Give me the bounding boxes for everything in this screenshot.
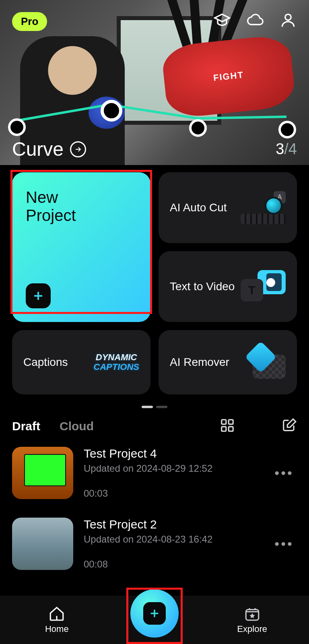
ai-remover-icon bbox=[241, 346, 286, 379]
new-project-button[interactable]: New Project bbox=[12, 172, 150, 322]
tab-cloud[interactable]: Cloud bbox=[60, 419, 94, 433]
project-more-icon[interactable]: ••• bbox=[274, 536, 297, 552]
svg-point-0 bbox=[285, 14, 291, 20]
edit-icon[interactable] bbox=[282, 418, 297, 435]
learn-icon[interactable] bbox=[213, 11, 231, 31]
project-title: Test Project 2 bbox=[84, 518, 264, 531]
cloud-icon[interactable] bbox=[246, 11, 264, 31]
nav-create-fab[interactable] bbox=[130, 589, 179, 638]
svg-rect-1 bbox=[222, 420, 226, 424]
plus-icon bbox=[143, 602, 166, 625]
project-tabs-row: Draft Cloud bbox=[0, 418, 309, 435]
project-item[interactable]: Test Project 4 Updated on 2024-08-29 12:… bbox=[12, 447, 297, 499]
project-list: Test Project 4 Updated on 2024-08-29 12:… bbox=[0, 435, 309, 570]
layout-grid-icon[interactable] bbox=[220, 418, 235, 435]
project-updated: Updated on 2024-08-23 16:42 bbox=[84, 534, 264, 545]
dynamic-captions-icon: DYNAMIC CAPTIONS bbox=[93, 353, 139, 372]
nav-home[interactable]: Home bbox=[16, 605, 97, 634]
feature-tiles: New Project AI Auto Cut A Text to Video … bbox=[0, 165, 309, 394]
text-to-video-button[interactable]: Text to Video T bbox=[159, 251, 297, 322]
project-more-icon[interactable]: ••• bbox=[274, 465, 297, 481]
nav-home-label: Home bbox=[45, 624, 69, 634]
text-to-video-icon: T bbox=[241, 270, 286, 303]
tab-draft[interactable]: Draft bbox=[12, 419, 40, 433]
arrow-right-circle-icon bbox=[70, 141, 86, 157]
nav-explore-label: Explore bbox=[237, 624, 267, 634]
pro-badge[interactable]: Pro bbox=[12, 12, 47, 31]
project-duration: 00:08 bbox=[84, 559, 264, 570]
ai-auto-cut-icon: A bbox=[241, 191, 286, 224]
project-item[interactable]: Test Project 2 Updated on 2024-08-23 16:… bbox=[12, 518, 297, 570]
hero-banner[interactable]: FIGHT Pro Curve bbox=[0, 0, 309, 165]
curve-node-active bbox=[101, 100, 122, 122]
ai-auto-cut-button[interactable]: AI Auto Cut A bbox=[159, 172, 297, 243]
profile-icon[interactable] bbox=[279, 11, 297, 31]
ai-remover-button[interactable]: AI Remover bbox=[159, 330, 297, 394]
svg-rect-3 bbox=[222, 427, 226, 431]
project-thumbnail bbox=[12, 518, 73, 570]
hero-page-counter: 3/4 bbox=[276, 140, 297, 158]
project-thumbnail bbox=[12, 447, 73, 499]
curve-node bbox=[8, 118, 26, 136]
nav-explore[interactable]: Explore bbox=[212, 605, 293, 634]
svg-rect-4 bbox=[229, 427, 233, 431]
project-updated: Updated on 2024-08-29 12:52 bbox=[84, 463, 264, 474]
feature-page-indicator bbox=[0, 394, 309, 418]
bottom-nav: Home Explore bbox=[0, 596, 309, 644]
svg-rect-2 bbox=[229, 420, 233, 424]
curve-node bbox=[189, 119, 207, 137]
project-duration: 00:03 bbox=[84, 488, 264, 499]
curve-node bbox=[278, 121, 296, 138]
project-title: Test Project 4 bbox=[84, 447, 264, 460]
plus-icon bbox=[26, 283, 51, 308]
hero-feature-title[interactable]: Curve bbox=[12, 138, 86, 160]
captions-button[interactable]: Captions DYNAMIC CAPTIONS bbox=[12, 330, 150, 394]
